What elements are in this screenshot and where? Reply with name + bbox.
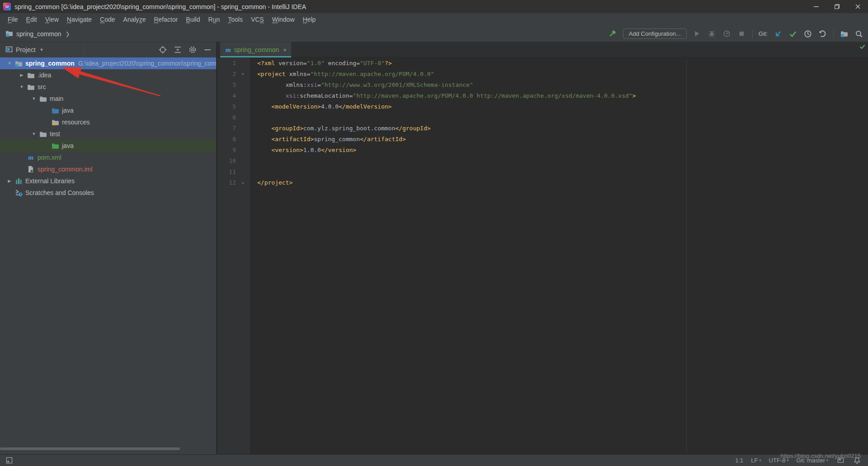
git-history-button[interactable] xyxy=(803,29,812,38)
menu-view[interactable]: View xyxy=(41,14,63,25)
code-line-1[interactable]: 1<?xml version="1.0" encoding="UTF-8"?> xyxy=(217,58,868,69)
profiler-button[interactable] xyxy=(722,29,731,38)
folder-icon xyxy=(27,71,35,79)
tree-chevron-right-icon[interactable]: ▶ xyxy=(5,179,14,183)
navigation-toolbar: spring_common ❯ Add Configuration... Git… xyxy=(0,26,868,42)
tab-spring-common[interactable]: m spring_common × xyxy=(220,42,291,57)
tree-item-label[interactable]: .idea xyxy=(38,71,51,79)
tree-item-spring-common[interactable]: ▼spring_commonG:\idea_project2020\spring… xyxy=(0,57,216,69)
code-text: <project xmlns="http://maven.apache.org/… xyxy=(250,69,434,80)
tree-item-label[interactable]: main xyxy=(50,95,63,102)
minimize-button[interactable] xyxy=(806,0,826,13)
tree-item-resources[interactable]: resources xyxy=(0,116,216,128)
tree-item-label[interactable]: src xyxy=(38,83,46,90)
code-line-4[interactable]: 4 xsi:schemaLocation="http://maven.apach… xyxy=(217,90,868,101)
select-in-project-button[interactable] xyxy=(840,29,849,38)
git-commit-button[interactable] xyxy=(788,29,797,38)
panel-settings-button[interactable] xyxy=(189,46,197,54)
tree-item-label[interactable]: spring_common xyxy=(25,60,75,67)
tool-window-toggle-icon[interactable] xyxy=(5,456,14,465)
tree-item-java[interactable]: java xyxy=(0,140,216,152)
tab-label[interactable]: spring_common xyxy=(234,46,279,53)
tree-item-label[interactable]: java xyxy=(62,142,74,149)
menu-build[interactable]: Build xyxy=(182,14,204,25)
menu-file[interactable]: File xyxy=(4,14,22,25)
fold-marker-icon[interactable]: ▵ xyxy=(236,177,250,188)
tree-item-label[interactable]: java xyxy=(62,107,74,114)
tree-item-test[interactable]: ▼test xyxy=(0,128,216,140)
hide-panel-button[interactable] xyxy=(203,46,212,54)
code-line-11[interactable]: 11 xyxy=(217,166,868,177)
project-view-selector[interactable]: Project ▼ xyxy=(5,46,44,54)
locate-file-button[interactable] xyxy=(159,46,167,54)
status-lf[interactable]: LF▾ xyxy=(751,457,761,464)
menu-vcs[interactable]: VCS xyxy=(247,14,268,25)
inspections-ok-icon[interactable] xyxy=(859,43,866,50)
menu-edit[interactable]: Edit xyxy=(22,14,41,25)
maximize-button[interactable] xyxy=(826,0,847,13)
caret-icon: ▾ xyxy=(760,458,761,462)
code-line-7[interactable]: 7 <groupId>com.ylz.spring_boot.common</g… xyxy=(217,123,868,134)
csdn-watermark: https://blog.csdn.net/yulizi0215 xyxy=(780,452,861,459)
tree-item-main[interactable]: ▼main xyxy=(0,93,216,105)
run-button[interactable] xyxy=(693,29,702,38)
build-project-button[interactable] xyxy=(608,29,617,38)
tree-item-external-libraries[interactable]: ▶External Libraries xyxy=(0,175,216,187)
add-configuration-button[interactable]: Add Configuration... xyxy=(623,29,687,39)
code-line-3[interactable]: 3 xmlns:xsi="http://www.w3.org/2001/XMLS… xyxy=(217,80,868,90)
status-1-1[interactable]: 1:1 xyxy=(735,457,743,464)
git-update-button[interactable] xyxy=(774,29,783,38)
tree-chevron-right-icon[interactable]: ▶ xyxy=(17,73,27,77)
menu-help[interactable]: Help xyxy=(299,14,320,25)
menu-code[interactable]: Code xyxy=(96,14,119,25)
close-button[interactable] xyxy=(847,0,868,13)
breadcrumb-label[interactable]: spring_common xyxy=(16,30,61,38)
code-line-10[interactable]: 10 xyxy=(217,156,868,166)
tree-item-label[interactable]: spring_common.iml xyxy=(38,166,92,173)
menu-refactor[interactable]: Refactor xyxy=(150,14,182,25)
scrollbar-thumb[interactable] xyxy=(0,447,180,450)
code-line-8[interactable]: 8 <artifactId>spring_common</artifactId> xyxy=(217,134,868,145)
code-line-6[interactable]: 6 xyxy=(217,112,868,123)
line-number: 10 xyxy=(217,156,236,166)
fold-spacer xyxy=(236,145,250,156)
git-rollback-button[interactable] xyxy=(818,29,827,38)
tree-chevron-down-icon[interactable]: ▼ xyxy=(29,132,39,136)
tree-chevron-down-icon[interactable]: ▼ xyxy=(29,96,39,101)
tree-item-spring-common-iml[interactable]: spring_common.iml xyxy=(0,163,216,175)
menu-navigate[interactable]: Navigate xyxy=(63,14,96,25)
breadcrumb[interactable]: spring_common ❯ xyxy=(0,29,70,38)
fold-spacer xyxy=(236,156,250,166)
menu-run[interactable]: Run xyxy=(204,14,224,25)
tree-item-label[interactable]: External Libraries xyxy=(25,177,75,185)
code-editor[interactable]: 1<?xml version="1.0" encoding="UTF-8"?>2… xyxy=(217,58,868,454)
project-horizontal-scrollbar[interactable] xyxy=(0,447,217,451)
menu-analyze[interactable]: Analyze xyxy=(119,14,150,25)
collapse-all-button[interactable] xyxy=(174,46,182,54)
menu-window[interactable]: Window xyxy=(268,14,299,25)
search-everywhere-button[interactable] xyxy=(854,29,863,38)
code-text: <modelVersion>4.0.0</modelVersion> xyxy=(250,101,392,112)
code-line-9[interactable]: 9 <version>1.0.0</version> xyxy=(217,145,868,156)
git-label: Git: xyxy=(759,30,768,37)
code-line-12[interactable]: 12▵</project> xyxy=(217,177,868,188)
debug-button[interactable] xyxy=(708,29,717,38)
tree-item-label[interactable]: Scratches and Consoles xyxy=(25,189,94,196)
code-line-2[interactable]: 2▿<project xmlns="http://maven.apache.or… xyxy=(217,69,868,80)
menu-tools[interactable]: Tools xyxy=(224,14,247,25)
tree-chevron-down-icon[interactable]: ▼ xyxy=(17,85,27,89)
tree-item-java[interactable]: java xyxy=(0,105,216,116)
tree-item-src[interactable]: ▼src xyxy=(0,81,216,93)
tree-item-pom-xml[interactable]: mpom.xml xyxy=(0,152,216,163)
project-panel-title[interactable]: Project xyxy=(16,46,36,53)
tab-close-icon[interactable]: × xyxy=(283,47,287,53)
fold-marker-icon[interactable]: ▿ xyxy=(236,69,250,80)
code-line-5[interactable]: 5 <modelVersion>4.0.0</modelVersion> xyxy=(217,101,868,112)
tree-item-label[interactable]: pom.xml xyxy=(38,154,61,161)
stop-button[interactable] xyxy=(737,29,746,38)
tree-chevron-down-icon[interactable]: ▼ xyxy=(5,61,14,66)
tree-item-scratches-and-consoles[interactable]: Scratches and Consoles xyxy=(0,187,216,199)
tree-item--idea[interactable]: ▶.idea xyxy=(0,69,216,81)
tree-item-label[interactable]: resources xyxy=(62,119,90,126)
tree-item-label[interactable]: test xyxy=(50,130,60,138)
